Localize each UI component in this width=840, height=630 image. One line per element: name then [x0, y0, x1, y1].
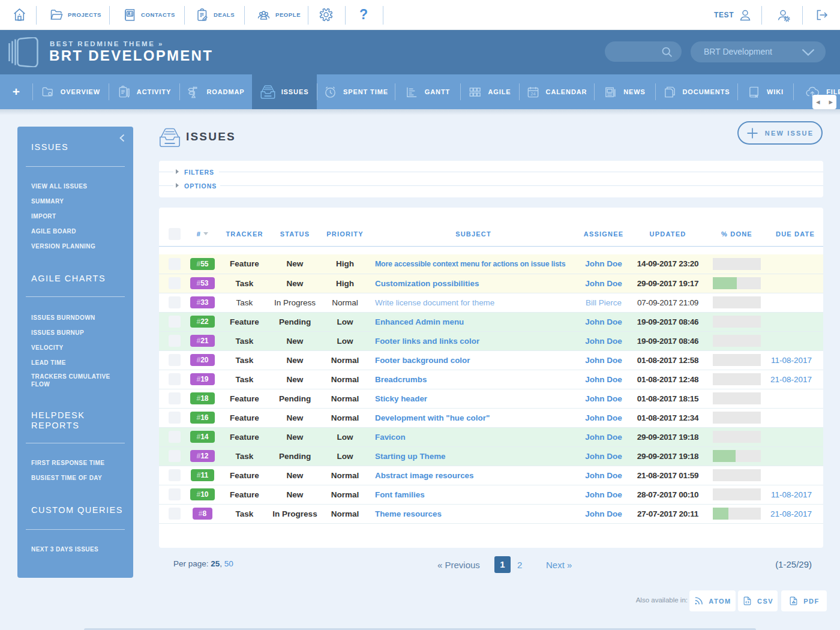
svg-text:24: 24: [530, 91, 536, 96]
